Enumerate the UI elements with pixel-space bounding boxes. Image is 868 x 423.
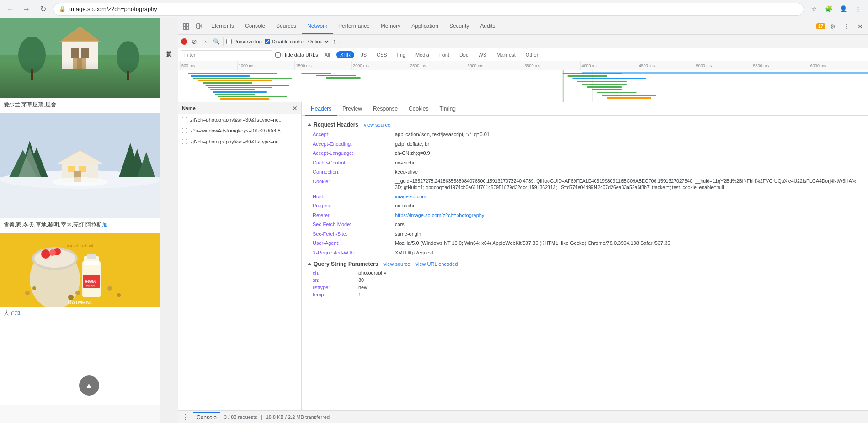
console-label[interactable]: Console bbox=[197, 414, 217, 421]
svg-rect-81 bbox=[602, 95, 656, 96]
host-link[interactable]: image.so.com bbox=[395, 194, 426, 199]
devtools-settings-button[interactable]: ⚙ bbox=[827, 21, 839, 32]
filter-manifest[interactable]: Manifest bbox=[493, 51, 519, 58]
tick-2500: 2500 ms bbox=[409, 61, 466, 70]
tab-security[interactable]: Security bbox=[444, 18, 474, 34]
reload-button[interactable]: ↻ bbox=[37, 3, 49, 16]
console-menu-dots[interactable]: ⋮ bbox=[182, 412, 189, 421]
svg-rect-56 bbox=[197, 24, 200, 28]
svg-rect-85 bbox=[592, 70, 592, 102]
filter-other[interactable]: Other bbox=[522, 51, 542, 58]
svg-rect-75 bbox=[572, 78, 646, 79]
filter-input[interactable] bbox=[181, 50, 272, 59]
upload-button[interactable]: ↑ bbox=[333, 37, 336, 46]
svg-rect-80 bbox=[597, 92, 636, 93]
close-detail-button[interactable]: ✕ bbox=[292, 105, 298, 112]
query-view-source-link[interactable]: view source bbox=[383, 261, 410, 267]
detail-tab-timing[interactable]: Timing bbox=[434, 103, 461, 116]
header-user-agent: User-Agent: Mozilla/5.0 (Windows NT 10.0… bbox=[302, 238, 868, 248]
tab-audits[interactable]: Audits bbox=[474, 18, 501, 34]
warning-badge: 17 bbox=[816, 23, 825, 29]
img2-link[interactable]: 加 bbox=[102, 222, 107, 228]
devtools-close-button[interactable]: ✕ bbox=[854, 21, 866, 32]
svg-rect-7 bbox=[77, 58, 82, 69]
disable-cache-label[interactable]: Disable cache bbox=[265, 39, 304, 44]
tab-network[interactable]: Network bbox=[302, 18, 333, 34]
devtools-more-button[interactable]: ⋮ bbox=[841, 21, 852, 32]
tick-3000: 3000 ms bbox=[466, 61, 523, 70]
profile-button[interactable]: 👤 bbox=[837, 3, 850, 16]
request-item-1[interactable]: zjl?ch=photography&sn=30&listtype=ne... bbox=[178, 114, 301, 125]
extensions-button[interactable]: 🧩 bbox=[822, 3, 835, 16]
back-button[interactable]: ← bbox=[4, 3, 16, 16]
svg-rect-54 bbox=[183, 27, 186, 29]
tab-elements[interactable]: Elements bbox=[206, 18, 240, 34]
filter-css[interactable]: CSS bbox=[373, 51, 391, 58]
record-button[interactable] bbox=[181, 38, 187, 45]
query-view-url-encoded-link[interactable]: view URL encoded bbox=[415, 261, 458, 267]
tab-console[interactable]: Console bbox=[240, 18, 271, 34]
transfer-info: 18.8 KB / 2.2 MB transferred bbox=[266, 414, 330, 420]
request-list-panel: Name ✕ zjl?ch=photography&sn=30&listtype… bbox=[178, 102, 302, 410]
detail-tab-headers[interactable]: Headers bbox=[305, 103, 337, 116]
webpage-scroll[interactable]: 爱尔兰,茅草屋顶,屋舍 bbox=[0, 18, 178, 400]
tab-memory[interactable]: Memory bbox=[375, 18, 406, 34]
header-accept: Accept: application/json, text/javascrip… bbox=[302, 130, 868, 139]
menu-button[interactable]: ⋮ bbox=[852, 3, 864, 16]
star-button[interactable]: ☆ bbox=[808, 3, 820, 16]
filter-all[interactable]: All bbox=[321, 51, 334, 58]
filter-media[interactable]: Media bbox=[412, 51, 433, 58]
stop-button[interactable]: ⊘ bbox=[190, 37, 198, 46]
detail-tab-cookies[interactable]: Cookies bbox=[403, 103, 434, 116]
filter-xhr[interactable]: XHR bbox=[336, 51, 354, 58]
svg-rect-68 bbox=[218, 96, 287, 97]
image-3: 酸奶果粒 烘焙麦片 OATMEAL yogurt fruit nut bbox=[0, 233, 160, 307]
filter-toggle-button[interactable]: ⬦ bbox=[201, 37, 209, 46]
detail-tab-response[interactable]: Response bbox=[367, 103, 403, 116]
request-headers-section-header[interactable]: Request Headers view source bbox=[302, 120, 868, 130]
filter-ws[interactable]: WS bbox=[474, 51, 490, 58]
hide-data-urls-checkbox[interactable] bbox=[275, 52, 281, 58]
tick-4000: 4000 ms bbox=[580, 61, 638, 70]
headers-content[interactable]: Request Headers view source Accept: appl… bbox=[302, 116, 868, 410]
request-list-header: Name ✕ bbox=[178, 102, 301, 114]
tab-application[interactable]: Application bbox=[406, 18, 444, 34]
svg-rect-69 bbox=[220, 98, 270, 100]
img3-link[interactable]: 加 bbox=[15, 310, 20, 316]
request-item-3[interactable]: zjl?ch=photography&sn=60&listtype=ne... bbox=[178, 136, 301, 147]
scroll-to-top-button[interactable]: ▲ bbox=[79, 375, 99, 396]
tab-performance[interactable]: Performance bbox=[333, 18, 375, 34]
param-listtype: listtype: new bbox=[302, 284, 868, 291]
header-accept-language: Accept-Language: zh-CN,zh;q=0.9 bbox=[302, 148, 868, 158]
forward-button[interactable]: → bbox=[20, 3, 33, 16]
disable-cache-checkbox[interactable] bbox=[265, 39, 270, 44]
filter-font[interactable]: Font bbox=[436, 51, 453, 58]
filter-doc[interactable]: Doc bbox=[456, 51, 472, 58]
search-button[interactable]: 🔍 bbox=[212, 37, 220, 46]
svg-point-49 bbox=[117, 293, 121, 297]
filter-js[interactable]: JS bbox=[357, 51, 370, 58]
timeline-ruler: 500 ms 1000 ms 1500 ms 2000 ms 2500 ms 3… bbox=[178, 61, 868, 70]
view-source-link[interactable]: view source bbox=[364, 122, 390, 127]
inspect-element-button[interactable] bbox=[180, 21, 192, 32]
request-item-2[interactable]: z?a=windowAds&imgkeys=t01c2bd0e08... bbox=[178, 125, 301, 136]
filter-img[interactable]: Img bbox=[394, 51, 409, 58]
throttle-select[interactable]: Online bbox=[306, 38, 330, 45]
query-string-section-header[interactable]: Query String Parameters view source view… bbox=[302, 259, 868, 269]
device-toggle-button[interactable] bbox=[193, 21, 205, 32]
detail-tab-preview[interactable]: Preview bbox=[337, 103, 367, 116]
preserve-log-checkbox[interactable] bbox=[226, 39, 232, 44]
request-checkbox-1[interactable] bbox=[182, 117, 187, 122]
svg-point-44 bbox=[25, 291, 30, 295]
tick-500: 500 ms bbox=[180, 61, 237, 70]
hide-data-urls-label[interactable]: Hide data URLs bbox=[275, 52, 318, 58]
request-checkbox-3[interactable] bbox=[182, 139, 187, 144]
referer-link[interactable]: https://image.so.com/z?ch=photography bbox=[395, 212, 484, 218]
header-sec-fetch-mode: Sec-Fetch-Mode: cors bbox=[302, 220, 868, 229]
download-button[interactable]: ↓ bbox=[339, 37, 343, 46]
preserve-log-label[interactable]: Preserve log bbox=[226, 39, 262, 44]
header-host: Host: image.so.com bbox=[302, 192, 868, 201]
request-checkbox-2[interactable] bbox=[182, 128, 187, 133]
tab-sources[interactable]: Sources bbox=[271, 18, 302, 34]
lock-icon: 🔒 bbox=[59, 6, 66, 12]
